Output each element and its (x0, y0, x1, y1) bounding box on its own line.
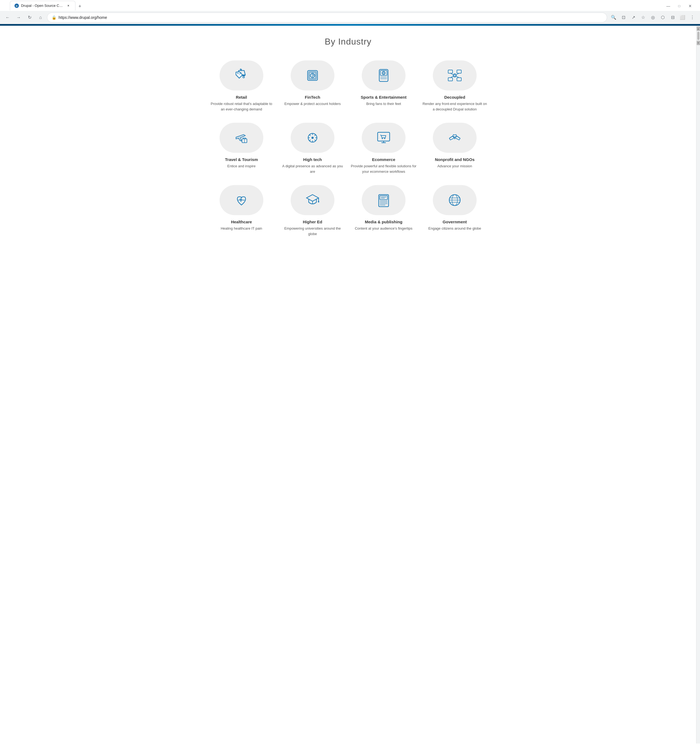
bookmark-icon-button[interactable]: ☆ (639, 13, 647, 22)
browser-chrome: D Drupal - Open Source CMS | Dru... × + … (0, 0, 700, 24)
industry-item-healthcare[interactable]: Healthcare Healing healthcare IT pain (209, 185, 274, 236)
svg-rect-7 (308, 70, 317, 80)
fintech-icon-wrapper (291, 61, 334, 90)
browser-toolbar: ← → ↻ ⌂ 🔒 🔍 ⊡ ↗ ☆ ◎ ⬡ ⊟ ⬜ ⋮ (0, 11, 700, 24)
media-desc: Content at your audience's fingertips (355, 226, 412, 231)
industry-item-ecommerce[interactable]: Ecommerce Provide powerful and flexible … (351, 123, 416, 174)
section-title: By Industry (209, 37, 488, 47)
healthcare-title: Healthcare (231, 220, 252, 224)
decoupled-desc: Render any front-end experience built on… (422, 101, 488, 112)
reload-button[interactable]: ↻ (25, 13, 34, 22)
svg-line-39 (309, 140, 311, 141)
scrollbar-up-button[interactable]: ▲ (697, 27, 700, 31)
ecommerce-icon-wrapper (362, 123, 406, 153)
media-title: Media & publishing (365, 220, 403, 224)
active-tab[interactable]: D Drupal - Open Source CMS | Dru... × (10, 1, 75, 10)
tab-favicon: D (14, 3, 19, 8)
tab-title: Drupal - Open Source CMS | Dru... (21, 3, 64, 8)
decoupled-icon-wrapper (433, 61, 477, 90)
government-icon-wrapper (433, 185, 477, 215)
ecommerce-icon (375, 129, 392, 146)
industry-item-higher-ed[interactable]: Higher Ed Empowering universities around… (280, 185, 345, 236)
home-button[interactable]: ⌂ (36, 13, 45, 22)
svg-rect-24 (457, 78, 461, 81)
lock-icon: 🔒 (52, 15, 56, 20)
page-scroll-area[interactable]: By Industry (0, 26, 696, 744)
decoupled-icon (447, 67, 463, 84)
industry-item-media[interactable]: Media & publishing Content at your audie… (351, 185, 416, 236)
svg-line-36 (309, 135, 311, 136)
nonprofit-desc: Advance your mission (437, 164, 472, 169)
media-icon (375, 192, 392, 208)
page-content: By Industry (203, 26, 493, 253)
scrollbar-down-button[interactable]: ▼ (697, 41, 700, 45)
search-icon-button[interactable]: 🔍 (609, 13, 618, 22)
higher-ed-title: Higher Ed (303, 220, 322, 224)
profile-icon-button[interactable]: ◎ (648, 13, 657, 22)
back-button[interactable]: ← (3, 13, 12, 22)
maximize-button[interactable]: □ (675, 2, 684, 10)
industry-item-sports[interactable]: Sports & Entertainment Bring fans to the… (351, 61, 416, 112)
svg-rect-20 (448, 70, 453, 73)
ecommerce-desc: Provide powerful and flexible solutions … (351, 164, 416, 174)
forward-button[interactable]: → (14, 13, 23, 22)
government-desc: Engage citizens around the globe (428, 226, 481, 231)
healthcare-desc: Healing healthcare IT pain (221, 226, 262, 231)
svg-line-38 (314, 135, 316, 136)
travel-desc: Entice and inspire (227, 164, 255, 169)
close-window-button[interactable]: ✕ (686, 2, 695, 10)
svg-point-4 (243, 76, 244, 78)
higher-ed-icon-wrapper (291, 185, 334, 215)
industry-item-government[interactable]: Government Engage citizens around the gl… (422, 185, 488, 236)
svg-point-5 (238, 73, 238, 74)
fintech-desc: Empower & protect account holders (284, 101, 341, 107)
svg-rect-40 (378, 132, 390, 141)
sports-title: Sports & Entertainment (361, 95, 406, 100)
tab-bar: D Drupal - Open Source CMS | Dru... × + … (8, 1, 697, 10)
travel-icon-wrapper (220, 123, 263, 153)
title-bar: D Drupal - Open Source CMS | Dru... × + … (0, 0, 700, 11)
svg-rect-22 (457, 70, 461, 73)
hightech-title: High tech (303, 157, 322, 162)
industry-item-hightech[interactable]: High tech A digital presence as advanced… (280, 123, 345, 174)
menu-button[interactable]: ⋮ (688, 13, 697, 22)
industry-item-nonprofit[interactable]: Nonprofit and NGOs Advance your mission (422, 123, 488, 174)
hightech-desc: A digital presence as advanced as you ar… (280, 164, 345, 174)
extensions-icon-button[interactable]: ⬡ (658, 13, 667, 22)
scrollbar-thumb[interactable] (697, 32, 700, 40)
healthcare-icon (233, 192, 250, 208)
sports-icon (375, 67, 392, 84)
tab-close-button[interactable]: × (66, 3, 71, 8)
travel-title: Travel & Tourism (225, 157, 258, 162)
url-input[interactable] (58, 15, 602, 20)
industry-item-decoupled[interactable]: Decoupled Render any front-end experienc… (422, 61, 488, 112)
nonprofit-title: Nonprofit and NGOs (435, 157, 475, 162)
retail-icon-wrapper (220, 61, 263, 90)
minimize-button[interactable]: — (664, 2, 673, 10)
higher-ed-icon (304, 192, 321, 208)
svg-rect-8 (309, 72, 316, 79)
media-icon-button[interactable]: ⊟ (668, 13, 677, 22)
retail-icon (233, 67, 250, 84)
svg-rect-50 (380, 196, 388, 200)
toolbar-icons: 🔍 ⊡ ↗ ☆ ◎ ⬡ ⊟ ⬜ ⋮ (609, 13, 697, 22)
browser-window: By Industry (0, 26, 700, 744)
travel-icon (233, 129, 250, 146)
cast-icon-button[interactable]: ⊡ (619, 13, 628, 22)
fintech-icon (304, 67, 321, 84)
share-icon-button[interactable]: ↗ (629, 13, 638, 22)
industry-item-travel[interactable]: Travel & Tourism Entice and inspire (209, 123, 274, 174)
media-icon-wrapper (362, 185, 406, 215)
sports-icon-wrapper (362, 61, 406, 90)
tab-search-icon-button[interactable]: ⬜ (678, 13, 687, 22)
nonprofit-icon (447, 129, 463, 146)
industry-item-fintech[interactable]: FinTech Empower & protect account holder… (280, 61, 345, 112)
address-bar[interactable]: 🔒 (47, 12, 607, 22)
svg-point-47 (318, 201, 319, 203)
nonprofit-icon-wrapper (433, 123, 477, 153)
new-tab-button[interactable]: + (76, 3, 84, 10)
decoupled-title: Decoupled (444, 95, 466, 100)
scrollbar[interactable]: ▲ ▼ (696, 26, 700, 744)
industry-item-retail[interactable]: Retail Provide robust retail that's adap… (209, 61, 274, 112)
hightech-icon-wrapper (291, 123, 334, 153)
